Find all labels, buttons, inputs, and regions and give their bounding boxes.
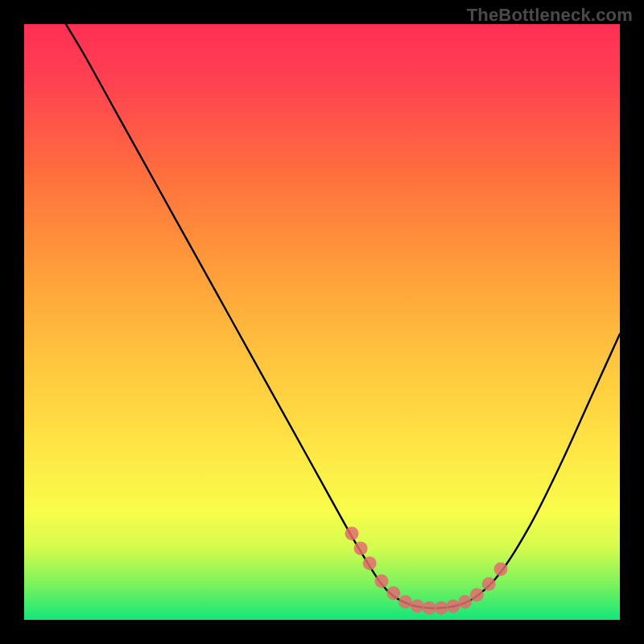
highlight-marker (482, 577, 496, 591)
highlight-marker (458, 595, 472, 609)
highlight-marker (363, 556, 377, 570)
highlight-marker (435, 601, 448, 615)
highlight-markers-group (345, 526, 508, 615)
highlight-marker (345, 526, 359, 540)
chart-frame: TheBottleneck.com (0, 0, 644, 644)
highlight-marker (354, 542, 368, 555)
plot-area (24, 24, 620, 620)
highlight-marker (411, 600, 424, 613)
highlight-marker (375, 574, 389, 588)
highlight-marker (423, 601, 436, 615)
bottleneck-curve-path (66, 24, 620, 609)
highlight-marker (494, 563, 508, 576)
watermark-text: TheBottleneck.com (467, 5, 633, 26)
highlight-marker (446, 600, 460, 613)
highlight-marker (470, 588, 484, 601)
curve-svg (24, 24, 620, 620)
highlight-marker (386, 586, 400, 600)
highlight-marker (398, 595, 412, 609)
